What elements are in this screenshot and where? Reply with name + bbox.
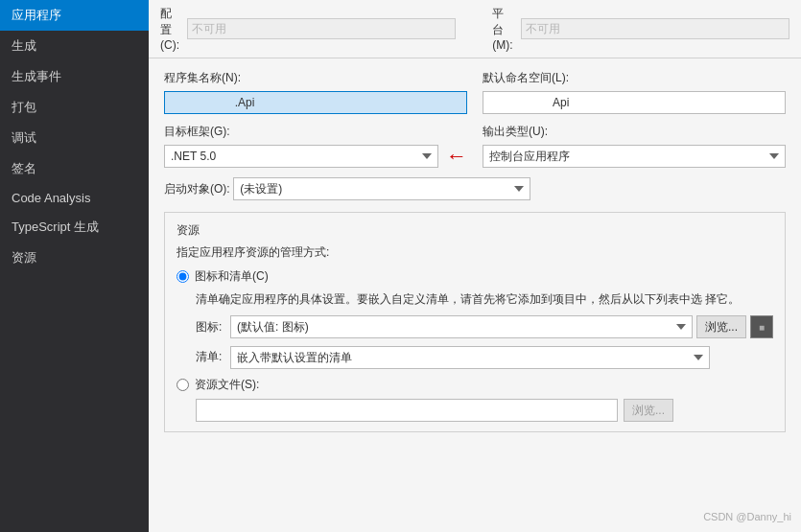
- manifest-label: 清单:: [196, 349, 224, 365]
- resources-title: 资源: [177, 222, 773, 239]
- icon-select-container: (默认值: 图标) 浏览... ■: [230, 315, 773, 338]
- red-arrow-icon: ←: [446, 146, 467, 167]
- sidebar-item-debug[interactable]: 调试: [0, 123, 149, 153]
- startup-object-label: 启动对象(O):: [164, 182, 230, 196]
- resource-file-input[interactable]: [196, 399, 618, 422]
- row-startup: 启动对象(O): (未设置): [164, 177, 786, 200]
- sidebar-item-code-analysis[interactable]: Code Analysis: [0, 184, 149, 212]
- main-content: 配置(C): 不可用 平台(M): 不可用 程序集名称(N): 默认命名空间(L…: [149, 0, 801, 532]
- sidebar-item-typescript[interactable]: TypeScript 生成: [0, 212, 149, 243]
- manifest-select[interactable]: 嵌入带默认设置的清单: [230, 346, 710, 369]
- row-framework-output: 目标框架(G): .NET 5.0 ← 输出类型(U): 控制台应用程序: [164, 124, 786, 168]
- output-type-select[interactable]: 控制台应用程序: [483, 145, 786, 168]
- sidebar-item-build[interactable]: 生成: [0, 31, 149, 61]
- target-framework-label: 目标框架(G):: [164, 124, 467, 140]
- sidebar-item-signing[interactable]: 签名: [0, 153, 149, 184]
- col-output-type: 输出类型(U): 控制台应用程序: [483, 124, 786, 168]
- icon-label: 图标:: [196, 319, 224, 335]
- icon-browse-button[interactable]: 浏览...: [696, 315, 746, 338]
- sidebar-item-app[interactable]: 应用程序: [0, 0, 149, 31]
- radio-icon-manifest[interactable]: [177, 270, 189, 283]
- col-target-framework: 目标框架(G): .NET 5.0 ←: [164, 124, 467, 168]
- default-namespace-input[interactable]: [483, 91, 786, 114]
- target-framework-select[interactable]: .NET 5.0: [164, 145, 438, 168]
- manifest-row: 清单: 嵌入带默认设置的清单: [196, 346, 773, 369]
- radio-resource-file-label[interactable]: 资源文件(S):: [195, 377, 259, 393]
- platform-label: 平台(M):: [492, 6, 512, 52]
- radio-row-resource-file: 资源文件(S):: [177, 377, 773, 393]
- form-area: 程序集名称(N): 默认命名空间(L): 目标框架(G): .NET 5.0 ←: [149, 58, 801, 532]
- config-label: 配置(C):: [160, 6, 179, 52]
- col-assembly-name: 程序集名称(N):: [164, 70, 467, 114]
- top-bar: 配置(C): 不可用 平台(M): 不可用: [149, 0, 801, 58]
- default-namespace-label: 默认命名空间(L):: [483, 70, 786, 86]
- resource-file-row: 浏览...: [196, 399, 773, 422]
- icon-select[interactable]: (默认值: 图标): [230, 315, 693, 338]
- watermark: CSDN @Danny_hi: [703, 511, 791, 522]
- row-assembly-namespace: 程序集名称(N): 默认命名空间(L):: [164, 70, 786, 114]
- radio1-description: 清单确定应用程序的具体设置。要嵌入自定义清单，请首先将它添加到项目中，然后从以下…: [196, 290, 773, 308]
- assembly-name-input[interactable]: [164, 91, 467, 114]
- output-type-label: 输出类型(U):: [483, 124, 786, 140]
- resources-desc: 指定应用程序资源的管理方式:: [177, 244, 773, 261]
- radio-icon-manifest-label[interactable]: 图标和清单(C): [195, 268, 269, 285]
- icon-row: 图标: (默认值: 图标) 浏览... ■: [196, 315, 773, 338]
- radio-row-icon-manifest: 图标和清单(C): [177, 268, 773, 285]
- resource-browse-button[interactable]: 浏览...: [624, 399, 673, 422]
- platform-select[interactable]: 不可用: [521, 18, 789, 39]
- sidebar-item-build-events[interactable]: 生成事件: [0, 61, 149, 92]
- config-select[interactable]: 不可用: [187, 18, 456, 39]
- icon-color-button[interactable]: ■: [750, 315, 773, 338]
- sidebar: 应用程序 生成 生成事件 打包 调试 签名 Code Analysis Type…: [0, 0, 149, 532]
- startup-object-select[interactable]: (未设置): [233, 177, 530, 200]
- radio-resource-file[interactable]: [177, 379, 189, 391]
- col-default-namespace: 默认命名空间(L):: [483, 70, 786, 114]
- sidebar-item-package[interactable]: 打包: [0, 92, 149, 123]
- resources-section: 资源 指定应用程序资源的管理方式: 图标和清单(C) 清单确定应用程序的具体设置…: [164, 212, 786, 432]
- sidebar-item-resources[interactable]: 资源: [0, 243, 149, 273]
- assembly-name-label: 程序集名称(N):: [164, 70, 467, 86]
